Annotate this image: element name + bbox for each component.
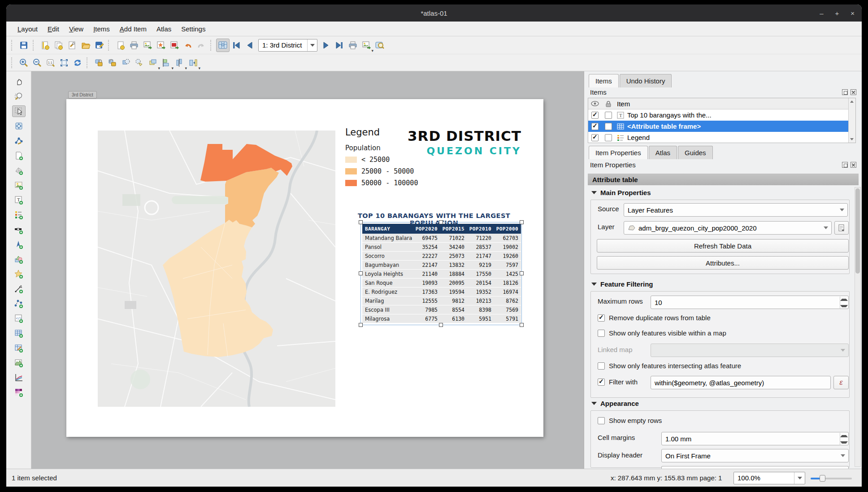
show-intersecting-checkbox[interactable]: Show only features intersecting atlas fe… <box>598 362 741 370</box>
raise-items-button[interactable]: ▾ <box>146 56 160 70</box>
visibility-checkbox[interactable] <box>591 112 599 119</box>
distribute-items-button[interactable]: ▾ <box>173 56 187 70</box>
layout-manager-button[interactable] <box>65 39 79 52</box>
atlas-feature-dropdown[interactable] <box>307 39 317 51</box>
selection-handle[interactable] <box>520 323 524 327</box>
float-panel-icon[interactable] <box>842 89 848 95</box>
selection-handle[interactable] <box>359 220 363 224</box>
close-panel-icon[interactable] <box>851 89 856 95</box>
undo-button[interactable] <box>181 39 195 52</box>
properties-scrollbar[interactable] <box>855 187 861 467</box>
zoom-tool[interactable] <box>12 91 26 102</box>
zoom-slider-handle[interactable] <box>820 475 825 482</box>
refresh-table-data-button[interactable]: Refresh Table Data <box>597 239 849 253</box>
preview-atlas-toggle[interactable] <box>216 39 230 52</box>
lock-checkbox[interactable] <box>605 112 612 119</box>
spinbox-arrows[interactable] <box>840 296 848 309</box>
add-north-arrow-button[interactable] <box>12 239 26 250</box>
zoom-level-combo[interactable]: 100.0% <box>733 472 805 484</box>
add-chart-button[interactable] <box>12 372 26 383</box>
spinbox-arrows[interactable] <box>840 433 848 445</box>
menu-add-item[interactable]: Add Item <box>115 23 152 35</box>
lock-items-button[interactable] <box>92 56 106 70</box>
tab-atlas[interactable]: Atlas <box>649 146 677 159</box>
close-button[interactable]: × <box>851 9 855 17</box>
add-attribute-table-button[interactable] <box>12 327 26 339</box>
filter-expression-input[interactable]: within($geometry, @atlas_geometry) <box>651 376 831 389</box>
maximize-button[interactable]: + <box>835 9 839 17</box>
redo-button[interactable] <box>195 39 208 52</box>
close-panel-icon[interactable] <box>851 162 856 168</box>
lock-checkbox[interactable] <box>605 134 612 141</box>
float-panel-icon[interactable] <box>842 162 848 168</box>
atlas-settings-button[interactable] <box>373 39 386 52</box>
export-pdf-button[interactable] <box>168 39 181 52</box>
open-template-button[interactable] <box>79 39 92 52</box>
tab-item-properties[interactable]: Item Properties <box>589 146 648 159</box>
add-html-button[interactable]: </> <box>12 313 26 324</box>
zoom-out-button[interactable] <box>30 56 44 70</box>
menu-edit[interactable]: Edit <box>43 23 64 35</box>
add-palette-item-button[interactable] <box>12 387 26 398</box>
add-fixed-table-button[interactable] <box>12 342 26 354</box>
export-layout-button[interactable] <box>114 39 127 52</box>
selection-handle[interactable] <box>359 271 363 275</box>
save-template-button[interactable] <box>92 39 106 52</box>
export-svg-button[interactable] <box>154 39 168 52</box>
add-arrow-button[interactable] <box>12 283 26 295</box>
visibility-checkbox[interactable] <box>591 123 599 130</box>
ungroup-items-button[interactable] <box>133 56 146 70</box>
move-item-content-tool[interactable] <box>12 120 26 132</box>
zoom-actual-button[interactable]: 1:1 <box>44 56 57 70</box>
selection-handle[interactable] <box>520 220 524 224</box>
selection-handle[interactable] <box>520 271 524 275</box>
maximum-rows-spinbox[interactable]: 10 <box>651 296 849 309</box>
add-node-item-button[interactable] <box>12 298 26 309</box>
edit-nodes-tool[interactable] <box>12 135 26 147</box>
last-feature-button[interactable] <box>333 39 346 52</box>
selection-handle[interactable] <box>439 323 443 327</box>
layout-canvas[interactable]: 3rd District <box>31 71 584 469</box>
appearance-section[interactable]: Appearance <box>591 400 639 407</box>
add-page-button[interactable] <box>12 150 26 161</box>
menu-settings[interactable]: Settings <box>176 23 210 35</box>
save-project-button[interactable] <box>17 39 30 52</box>
show-empty-rows-checkbox[interactable]: Show empty rows <box>598 417 662 424</box>
next-feature-button[interactable] <box>319 39 333 52</box>
align-items-button[interactable]: ▾ <box>160 56 173 70</box>
add-marker-button[interactable] <box>12 268 26 280</box>
unlock-items-button[interactable] <box>106 56 119 70</box>
main-properties-section[interactable]: Main Properties <box>591 189 651 196</box>
items-row-legend[interactable]: Legend <box>588 132 855 143</box>
select-move-item-tool[interactable] <box>12 105 26 117</box>
layout-page[interactable]: Legend Population < 25000 25000 - 50000 … <box>66 99 543 437</box>
zoom-dropdown[interactable] <box>794 472 805 484</box>
atlas-feature-combo[interactable]: 1: 3rd District <box>258 39 317 52</box>
items-row-attribute-table-frame[interactable]: <Attribute table frame> <box>588 121 855 132</box>
items-list-scrollbar[interactable] <box>848 98 855 143</box>
map-item[interactable] <box>98 131 335 407</box>
menu-items[interactable]: Items <box>88 23 115 35</box>
items-row-label[interactable]: TTop 10 barangays with the... <box>588 109 855 121</box>
selection-handle[interactable] <box>439 220 443 224</box>
feature-filtering-section[interactable]: Feature Filtering <box>591 280 653 288</box>
menu-view[interactable]: View <box>64 23 88 35</box>
menu-layout[interactable]: Layout <box>13 23 43 35</box>
refresh-button[interactable] <box>71 56 84 70</box>
lock-checkbox[interactable] <box>605 123 612 130</box>
remove-duplicates-checkbox[interactable]: Remove duplicate rows from table <box>598 314 711 322</box>
filter-with-checkbox[interactable]: Filter with <box>598 378 638 386</box>
source-combo[interactable]: Layer Features <box>624 203 848 217</box>
layer-combo[interactable]: adm_brgy_quezon_city_pop2000_2020 <box>624 221 832 235</box>
new-layout-button[interactable] <box>39 39 52 52</box>
export-image-button[interactable] <box>141 39 154 52</box>
attributes-button[interactable]: Attributes... <box>597 256 849 270</box>
selection-handle[interactable] <box>359 323 363 327</box>
add-shape-button[interactable] <box>12 253 26 265</box>
show-visible-checkbox[interactable]: Show only features visible within a map <box>598 329 726 337</box>
expression-builder-button[interactable]: ε <box>833 376 849 389</box>
add-legend-button[interactable] <box>12 209 26 221</box>
add-picture-button[interactable] <box>12 179 26 191</box>
print-atlas-button[interactable] <box>346 39 360 52</box>
pan-tool[interactable] <box>12 76 26 87</box>
